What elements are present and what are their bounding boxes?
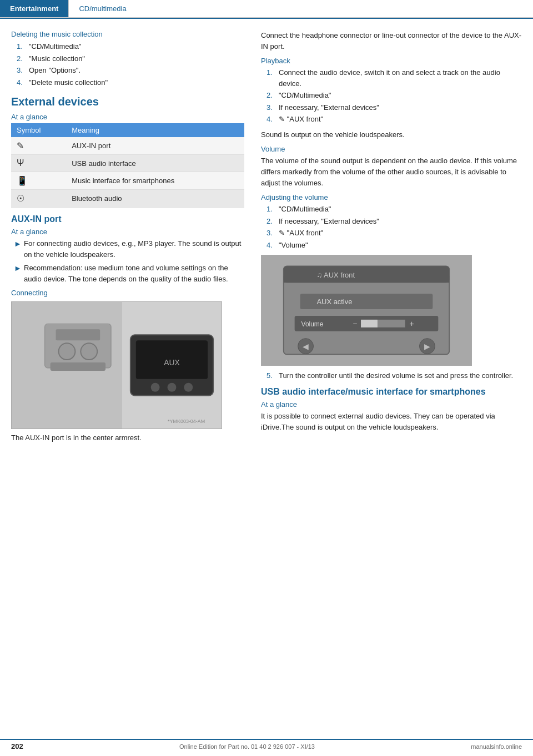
footer-center-text: Online Edition for Part no. 01 40 2 926 … [179,743,315,750]
playback-step-1: 1. Connect the audio device, switch it o… [266,67,522,89]
svg-rect-18 [284,276,449,283]
playback-step-2: 2. "CD/Multimedia" [266,90,522,101]
tab-cdmultimedia[interactable]: CD/multimedia [68,0,136,17]
svg-text:Volume: Volume [301,320,324,328]
pstep-2-num: 2. [266,90,279,101]
content-area: Deleting the music collection 1. "CD/Mul… [0,19,533,452]
table-row: Ψ USB audio interface [11,155,244,172]
step-4: 4. "Delete music collection" [17,77,244,88]
table-row: ✎ AUX-IN port [11,137,244,155]
step-4-num: 4. [17,77,29,88]
adj-step-4: 4. "Volume" [266,240,522,251]
adjusting-heading: Adjusting the volume [261,193,522,201]
header-tabs: Entertainment CD/multimedia [0,0,533,18]
tab-entertainment[interactable]: Entertainment [0,0,68,17]
step-1-text: "CD/Multimedia" [29,41,244,52]
svg-rect-7 [51,362,105,371]
step-3-num: 3. [17,65,29,76]
table-row: ☉ Bluetooth audio [11,190,244,208]
adj-4-num: 4. [266,240,279,251]
connecting-image: AUX *YMK003-04-AM [11,301,222,429]
meaning-usb: USB audio interface [66,155,244,172]
svg-text:◀: ◀ [303,342,309,351]
svg-point-11 [151,383,160,392]
pstep-1-num: 1. [266,67,279,89]
at-a-glance-3: At a glance [261,400,522,409]
step-2: 2. "Music collection" [17,53,244,64]
symbol-aux: ✎ [11,137,66,155]
meaning-music: Music interface for smartphones [66,172,244,190]
adj-2-num: 2. [266,216,279,227]
svg-text:−: − [353,319,357,328]
svg-text:♫ AUX front: ♫ AUX front [316,271,355,280]
symbol-table: Symbol Meaning ✎ AUX-IN port Ψ USB audio… [11,123,244,208]
pstep-4-text: ✎ "AUX front" [279,114,522,125]
meaning-aux: AUX-IN port [66,137,244,155]
adj-3-text: ✎ "AUX front" [279,228,522,239]
adjusting-steps-list: 1. "CD/Multimedia" 2. If necessary, "Ext… [266,204,522,250]
svg-point-5 [59,343,76,360]
playback-heading: Playback [261,57,522,65]
step-4-text: "Delete music collection" [29,77,244,88]
svg-text:▶: ▶ [424,342,430,351]
arrow-icon-2: ► [14,263,24,284]
step-1-num: 1. [17,41,29,52]
adj-3-num: 3. [266,228,279,239]
pstep-3-num: 3. [266,102,279,113]
connecting-heading: Connecting [11,289,244,297]
adj-step-2: 2. If necessary, "External devices" [266,216,522,227]
svg-point-6 [81,343,97,360]
bullet-2: ► Recommendation: use medium tone and vo… [14,263,244,284]
pstep-2-text: "CD/Multimedia" [279,90,522,101]
adj-step-1: 1. "CD/Multimedia" [266,204,522,215]
step-3-text: Open "Options". [29,65,244,76]
svg-text:*YMK003-04-AM: *YMK003-04-AM [168,419,205,424]
pstep-1-text: Connect the audio device, switch it on a… [279,67,522,89]
svg-text:AUX: AUX [164,358,180,367]
adj-step-3: 3. ✎ "AUX front" [266,228,522,239]
adj-1-num: 1. [266,204,279,215]
external-devices-heading: External devices [11,95,244,108]
step-3: 3. Open "Options". [17,65,244,76]
table-row: 📱 Music interface for smartphones [11,172,244,190]
step-5-num: 5. [266,370,279,381]
usb-para: It is possible to connect external audio… [261,411,522,433]
aux-display-image: ♫ AUX front AUX active Volume − + ◀ ▶ [261,255,472,366]
bullet-2-text: Recommendation: use medium tone and volu… [24,263,244,284]
svg-rect-4 [56,329,100,340]
left-column: Deleting the music collection 1. "CD/Mul… [0,24,255,452]
usb-heading: USB audio interface/music interface for … [261,387,522,397]
right-column: Connect the headphone connector or line-… [255,24,533,452]
at-a-glance-2: At a glance [11,228,244,236]
playback-step-3: 3. If necessary, "External devices" [266,102,522,113]
pstep-4-num: 4. [266,114,279,125]
table-header-symbol: Symbol [11,123,66,137]
deleting-title: Deleting the music collection [11,30,244,38]
adj-2-text: If necessary, "External devices" [279,216,522,227]
svg-point-12 [168,383,177,392]
connecting-svg: AUX *YMK003-04-AM [12,301,222,429]
symbol-music: 📱 [11,172,66,190]
aux-svg: ♫ AUX front AUX active Volume − + ◀ ▶ [262,255,471,366]
step-5: 5. Turn the controller until the desired… [266,370,522,381]
svg-rect-26 [361,320,378,327]
aux-in-heading: AUX-IN port [11,214,244,224]
page-number: 202 [11,742,23,750]
aux-bullets: ► For connecting audio devices, e.g., MP… [14,238,244,284]
arrow-icon-1: ► [14,238,24,260]
volume-para: The volume of the sound output is depend… [261,155,522,189]
playback-step-4: 4. ✎ "AUX front" [266,114,522,125]
bullet-1-text: For connecting audio devices, e.g., MP3 … [24,238,244,260]
meaning-bluetooth: Bluetooth audio [66,190,244,208]
deleting-steps-list: 1. "CD/Multimedia" 2. "Music collection"… [17,41,244,88]
footer: 202 Online Edition for Part no. 01 40 2 … [0,739,533,750]
symbol-usb: Ψ [11,155,66,172]
table-header-meaning: Meaning [66,123,244,137]
adj-4-text: "Volume" [279,240,522,251]
at-a-glance-1: At a glance [11,113,244,121]
svg-point-13 [184,383,193,392]
step-1: 1. "CD/Multimedia" [17,41,244,52]
step-5-text: Turn the controller until the desired vo… [279,370,522,381]
symbol-bluetooth: ☉ [11,190,66,208]
svg-text:+: + [410,319,414,328]
